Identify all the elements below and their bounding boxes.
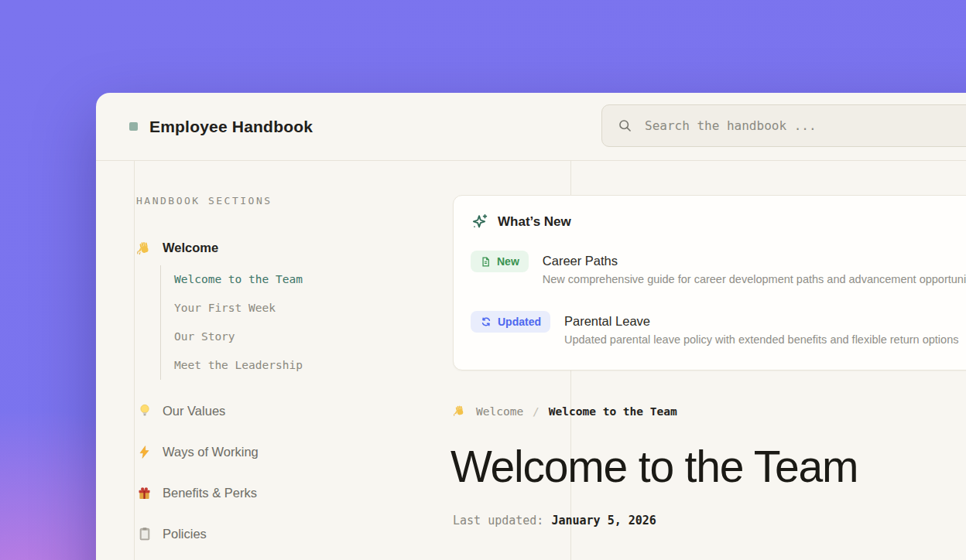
- page-meta: Last updated: January 5, 2026: [453, 514, 656, 528]
- gift-icon: [136, 485, 152, 501]
- sidebar-item-label: Ways of Working: [163, 445, 259, 459]
- waving-hand-icon: [136, 240, 152, 256]
- vertical-rule-left: [134, 161, 135, 560]
- news-item-text: Parental Leave Updated parental leave po…: [564, 311, 958, 348]
- breadcrumb-current-page: Welcome to the Team: [549, 405, 677, 418]
- last-updated-label: Last updated:: [453, 514, 543, 528]
- sidebar-subitem-our-story[interactable]: Our Story: [174, 323, 430, 351]
- magnifier-icon: [617, 118, 633, 134]
- breadcrumb: Welcome / Welcome to the Team: [453, 405, 677, 418]
- search-input[interactable]: [645, 118, 966, 133]
- document-icon: [480, 256, 492, 268]
- whats-new-item-parental-leave[interactable]: Updated Parental Leave Updated parental …: [471, 311, 966, 348]
- sidebar-item-label: Our Values: [163, 404, 225, 418]
- new-badge-label: New: [497, 255, 519, 268]
- lightning-icon: [136, 444, 152, 460]
- breadcrumb-separator: /: [533, 405, 540, 418]
- news-item-title: Career Paths: [543, 253, 966, 268]
- news-item-title: Parental Leave: [564, 313, 958, 329]
- sidebar-item-benefits-perks[interactable]: Benefits & Perks: [136, 483, 430, 503]
- sidebar-item-policies[interactable]: Policies: [136, 524, 430, 544]
- whats-new-item-career-paths[interactable]: New Career Paths New comprehensive guide…: [471, 251, 966, 288]
- sidebar-sublist-welcome: Welcome to the Team Your First Week Our …: [160, 265, 430, 380]
- whats-new-title: What’s New: [498, 214, 571, 230]
- new-badge: New: [471, 251, 529, 272]
- page-title: Welcome to the Team: [450, 442, 858, 492]
- search-box[interactable]: [601, 104, 966, 147]
- whats-new-header: What’s New: [471, 213, 966, 230]
- clipboard-icon: [136, 526, 152, 542]
- breadcrumb-section[interactable]: Welcome: [476, 405, 523, 418]
- sidebar-subitem-welcome-to-the-team[interactable]: Welcome to the Team: [174, 265, 430, 294]
- app-window: Employee Handbook HANDBOOK SECTIONS: [96, 93, 966, 560]
- news-item-description: Updated parental leave policy with exten…: [564, 332, 958, 348]
- sparkle-icon: [471, 213, 488, 230]
- lightbulb-icon: [136, 403, 152, 419]
- whats-new-card: What’s New New Career Paths New com: [453, 195, 966, 370]
- last-updated-value: January 5, 2026: [551, 514, 656, 528]
- sidebar-item-welcome[interactable]: Welcome: [136, 237, 430, 258]
- app-header: Employee Handbook: [96, 93, 966, 161]
- sidebar: HANDBOOK SECTIONS Welcome: [136, 194, 430, 544]
- sidebar-item-label: Policies: [163, 527, 207, 541]
- sidebar-item-label: Welcome: [163, 241, 218, 255]
- sidebar-item-our-values[interactable]: Our Values: [136, 401, 430, 421]
- app-title: Employee Handbook: [149, 118, 313, 136]
- sidebar-section-label: HANDBOOK SECTIONS: [136, 194, 430, 208]
- updated-badge: Updated: [471, 311, 550, 333]
- news-item-text: Career Paths New comprehensive guide for…: [543, 251, 966, 288]
- app-logo: [129, 122, 138, 131]
- updated-badge-label: Updated: [498, 316, 541, 328]
- main-content: What’s New New Career Paths New com: [453, 195, 966, 370]
- sidebar-item-ways-of-working[interactable]: Ways of Working: [136, 442, 430, 462]
- news-item-description: New comprehensive guide for career devel…: [543, 271, 966, 288]
- sidebar-subitem-meet-the-leadership[interactable]: Meet the Leadership: [174, 351, 430, 380]
- waving-hand-icon: [453, 404, 467, 418]
- refresh-icon: [480, 316, 492, 328]
- sidebar-subitem-your-first-week[interactable]: Your First Week: [174, 294, 430, 323]
- sidebar-item-label: Benefits & Perks: [163, 486, 257, 500]
